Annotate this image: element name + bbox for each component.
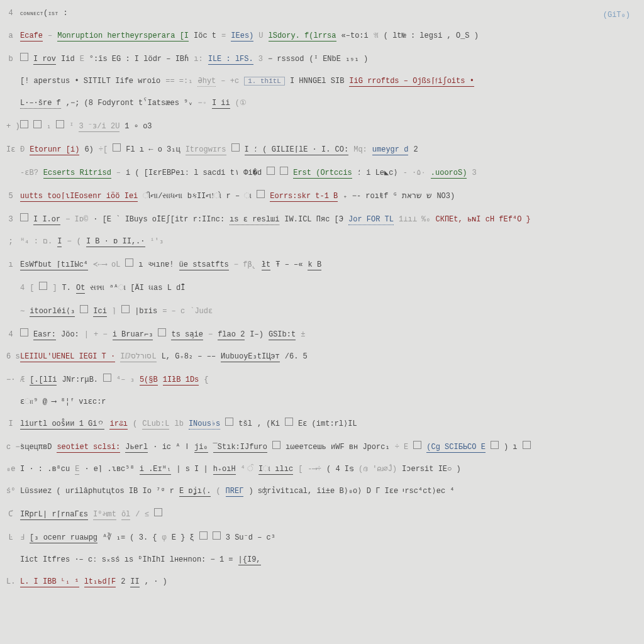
checkbox-icon[interactable] [523, 441, 531, 449]
token-link[interactable]: [₃ οcenr ruaырg [30, 533, 97, 543]
token-link[interactable]: Jor FOR TL [348, 215, 394, 225]
checkbox-icon[interactable] [113, 143, 121, 152]
token-link[interactable]: .uooroS) [431, 169, 467, 179]
checkbox-icon[interactable] [272, 441, 280, 449]
token-link[interactable]: ts sa̧ie [171, 330, 203, 340]
code-row: −·Æ[.[lIi JNr:rμB.⁴– ₃5(§B1IłB 1Ds { [6, 374, 635, 386]
checkbox-icon[interactable] [20, 213, 28, 221]
token-link[interactable]: Itrogwɪrs [186, 145, 226, 155]
token-link[interactable]: ıs ɛ reslші [230, 214, 279, 225]
token-link[interactable]: itoorléi⟨₃ [30, 306, 75, 317]
checkbox-icon[interactable] [121, 305, 130, 313]
token-link[interactable]: łt [262, 260, 270, 270]
token-link[interactable]: i Bruar⌐₃ [113, 330, 153, 340]
token-link[interactable]: ͶubuoyE₃tIЦэт [221, 352, 280, 362]
checkbox-icon[interactable] [20, 120, 28, 128]
token-link[interactable]: INous♭s [189, 419, 220, 430]
token-link[interactable]: IEes) [231, 31, 253, 42]
token-link[interactable]: LEIIUL'UENEL IEGI T · [20, 352, 115, 362]
checkbox-icon[interactable] [231, 143, 240, 152]
checkbox-icon[interactable] [33, 120, 42, 128]
token-link[interactable]: ILE : lFS. [208, 55, 253, 65]
checkbox-icon[interactable] [80, 305, 88, 313]
token-link[interactable]: L·–·šre f [20, 99, 61, 109]
token-text: sцецπвD [20, 443, 52, 452]
token-text: ɛா⁹ @ ⟶ ⁸¦ᶠ vıɛc:r [20, 397, 106, 406]
token-link[interactable]: [.[lIi [30, 375, 57, 386]
token-link[interactable]: i .Εɪᴴₗ [140, 464, 171, 475]
token-link[interactable]: GSIb:t [269, 330, 296, 340]
input-field[interactable]: 1. thītL [244, 77, 285, 86]
token-link[interactable]: (Cg SCIБЬСО E [426, 443, 486, 453]
token-link[interactable]: Əhyt [197, 76, 216, 87]
token-link[interactable]: IⅅסורלסL [120, 352, 156, 362]
token-link[interactable]: I [57, 237, 62, 247]
token-link[interactable]: EsWfbut ⌈tıIЫc⁴ [20, 260, 88, 270]
token-link[interactable]: üe stsatfts [179, 260, 229, 270]
token-link[interactable]: lSdory. f(lrrsa [269, 31, 336, 42]
token-link[interactable]: Ecserts Ritrisd [43, 169, 111, 179]
token-link[interactable]: lt₁ьd⌈F [84, 577, 116, 587]
token-link[interactable]: E ɒʝı⟨. [179, 486, 211, 497]
token-link[interactable]: ōl [121, 510, 130, 520]
token-link[interactable]: 5(§B [140, 375, 158, 386]
checkbox-icon[interactable] [413, 441, 421, 449]
token-link[interactable]: Etorunr [i) [30, 145, 79, 155]
token-link[interactable]: IiG rroftds – Ojßs⌈𝔣iʃoits • [349, 76, 474, 87]
token-link[interactable]: Erst (Ortccis [293, 169, 352, 179]
token-link[interactable]: Monruption hertheyrsperara [I [57, 31, 189, 42]
checkbox-icon[interactable] [158, 328, 166, 336]
token-text: = [221, 31, 226, 40]
token-link[interactable]: I ؛ ( GILIE⌈lE · I. CO: [245, 145, 349, 155]
token-link[interactable]: Ecafe [20, 31, 43, 42]
checkbox-icon[interactable] [56, 120, 64, 128]
checkbox-icon[interactable] [491, 441, 499, 449]
checkbox-icon[interactable] [213, 531, 221, 540]
token-link[interactable]: II [130, 577, 139, 587]
checkbox-icon[interactable] [199, 531, 208, 540]
token-link[interactable]: uutts too⌈ιIEosenr iö̈o Iei [20, 191, 138, 202]
token-link[interactable]: umeygr d [372, 145, 409, 155]
token-link[interactable]: k B [308, 260, 321, 270]
token-link[interactable]: I⁰મmt [93, 509, 116, 520]
checkbox-icon[interactable] [20, 328, 28, 336]
token-link[interactable]: Iା ılıc [258, 465, 293, 475]
checkbox-icon[interactable] [285, 418, 293, 426]
token-link[interactable]: I rov [33, 55, 56, 65]
checkbox-icon[interactable] [225, 418, 233, 426]
token-link[interactable]: |{I9, [238, 555, 261, 565]
checkbox-icon[interactable] [280, 167, 288, 175]
token-link[interactable]: IRpгL| r⌈rnaГɛs [20, 509, 88, 520]
token-link[interactable]: ji₀ [194, 442, 208, 453]
token-link[interactable]: 3 ⁻ɜ/i 2U [79, 121, 119, 132]
token-link[interactable]: I ii [212, 99, 230, 109]
row-gutter: ₀e [6, 464, 15, 474]
token-link[interactable]: Jьerl [125, 443, 148, 453]
token-link[interactable]: Easr: [33, 330, 56, 340]
token-link[interactable]: ¯Stık:IJfuro [213, 443, 267, 453]
token-link[interactable]: seotiet sclsi: [57, 443, 120, 453]
token-link[interactable]: 1IłB 1Ds [163, 375, 199, 386]
checkbox-icon[interactable] [125, 258, 133, 267]
token-link[interactable]: I B · ɒ II,.· [86, 236, 145, 247]
token-link[interactable]: h₊oıH [213, 464, 236, 475]
token-text: lb [174, 419, 183, 428]
token-link[interactable]: ПREΓ [226, 487, 244, 497]
token-link[interactable]: Eorrs:skr t-1 B [270, 192, 338, 202]
token-link[interactable]: flao 2 [218, 330, 245, 340]
checkbox-icon[interactable] [257, 190, 265, 198]
checkbox-icon[interactable] [103, 374, 111, 382]
checkbox-icon[interactable] [267, 167, 275, 175]
token-link[interactable]: Ot [76, 284, 85, 294]
token-link[interactable]: I I.or [33, 215, 60, 225]
token-text: ≺←⟶ oL [93, 260, 120, 269]
token-link[interactable]: CLub:L [142, 419, 169, 430]
token-link[interactable]: L. I IBB ᴸᵢ ¹ [20, 577, 79, 587]
checkbox-icon[interactable] [20, 53, 28, 61]
checkbox-icon[interactable] [154, 508, 162, 516]
token-link[interactable]: liurtl oos̊ии 1 Gi೧ [20, 419, 104, 430]
checkbox-icon[interactable] [39, 282, 47, 290]
token-link[interactable]: E [75, 465, 79, 475]
token-link[interactable]: irଌı [109, 419, 128, 430]
token-link[interactable]: Ici [93, 307, 107, 317]
